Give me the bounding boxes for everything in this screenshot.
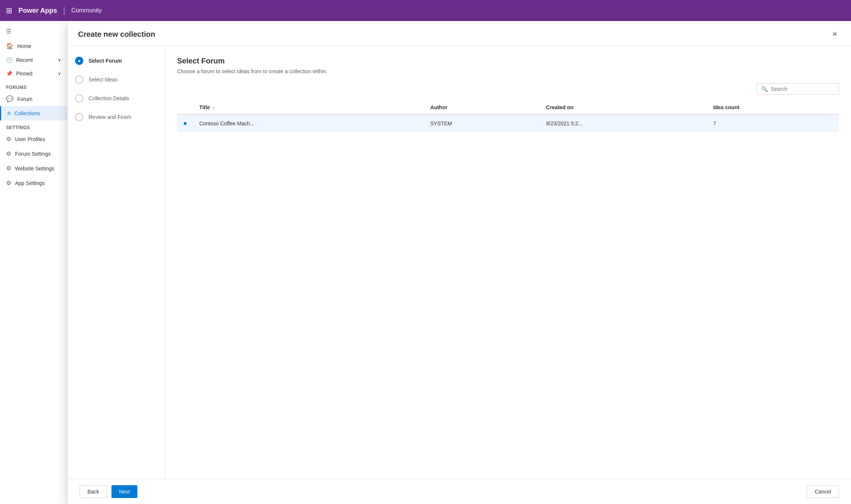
- footer-left-buttons: Back Next: [80, 485, 137, 498]
- sidebar-item-recent-label: Recent: [16, 57, 33, 63]
- table-row[interactable]: ● Contoso Coffee Mach... SYSTEM 9/23/202…: [177, 114, 839, 132]
- row-select-cell: ●: [177, 114, 193, 132]
- sidebar-item-forum[interactable]: 💬 Forum: [0, 92, 67, 106]
- step-label-review-finish: Review and Finish: [89, 114, 131, 120]
- col-created-on: Created on: [540, 101, 707, 114]
- sidebar-item-pinned-label: Pinned: [16, 71, 33, 77]
- sidebar-item-recent[interactable]: 🕐 Recent ∨: [0, 53, 67, 67]
- row-idea-count: 7: [707, 114, 839, 132]
- step-circle-3: [75, 94, 83, 102]
- sidebar-item-home-label: Home: [17, 43, 31, 49]
- cancel-button[interactable]: Cancel: [807, 485, 839, 498]
- step-circle-2: [75, 75, 83, 84]
- grid-icon[interactable]: ⊞: [6, 6, 12, 15]
- sidebar-item-collections[interactable]: ≡ Collections: [0, 106, 67, 120]
- step-circle-4: [75, 113, 83, 121]
- step-circle-1: ●: [75, 57, 83, 65]
- search-icon: 🔍: [761, 86, 768, 92]
- chevron-down-icon-pinned: ∨: [58, 71, 61, 76]
- website-settings-icon: ⚙: [6, 165, 11, 172]
- row-selected-icon: ●: [183, 119, 187, 127]
- stepper: ● Select Forum Select Ideas Collection D…: [68, 46, 165, 479]
- step-label-select-forum: Select Forum: [89, 58, 122, 64]
- back-button[interactable]: Back: [80, 485, 107, 498]
- content-area: + + New ↻ ↻ Refresh Collections All Foru…: [68, 21, 851, 504]
- modal-overlay: Create new collection ✕ ● Select Forum S…: [68, 21, 851, 504]
- forum-icon: 💬: [6, 95, 14, 102]
- sidebar-item-forum-label: Forum: [17, 96, 32, 102]
- modal-footer: Back Next Cancel: [68, 479, 851, 504]
- row-title: Contoso Coffee Mach...: [193, 114, 424, 132]
- search-bar[interactable]: 🔍: [756, 83, 839, 95]
- search-input[interactable]: [771, 86, 834, 92]
- col-title[interactable]: Title ↑: [193, 101, 424, 114]
- step-collection-details[interactable]: Collection Details: [75, 94, 157, 102]
- step-select-forum[interactable]: ● Select Forum: [75, 57, 157, 65]
- forum-settings-icon: ⚙: [6, 150, 11, 157]
- chevron-down-icon: ∨: [58, 57, 61, 63]
- app-settings-icon: ⚙: [6, 179, 11, 187]
- next-button[interactable]: Next: [111, 485, 137, 498]
- topbar-divider: |: [63, 6, 65, 15]
- col-select: [177, 101, 193, 114]
- sidebar-item-forum-settings-label: Forum Settings: [15, 151, 51, 157]
- collections-icon: ≡: [7, 110, 11, 117]
- panel-title: Select Forum: [177, 57, 839, 65]
- step-label-select-ideas: Select Ideas: [89, 77, 117, 83]
- hamburger-icon[interactable]: ☰: [0, 24, 67, 39]
- create-collection-modal: Create new collection ✕ ● Select Forum S…: [68, 21, 851, 504]
- sidebar-item-collections-label: Collections: [14, 110, 40, 116]
- close-button[interactable]: ✕: [829, 29, 840, 40]
- recent-icon: 🕐: [6, 57, 12, 63]
- sort-asc-icon: ↑: [213, 105, 215, 110]
- sidebar-item-home[interactable]: 🏠 Home: [0, 39, 67, 53]
- sidebar-item-user-profiles[interactable]: ⚙ User Profiles: [0, 132, 67, 146]
- sidebar-item-pinned[interactable]: 📌 Pinned ∨: [0, 67, 67, 80]
- sidebar-item-website-settings[interactable]: ⚙ Website Settings: [0, 161, 67, 176]
- forums-section-label: Forums: [0, 80, 67, 92]
- topbar-community: Community: [71, 7, 102, 14]
- modal-body: ● Select Forum Select Ideas Collection D…: [68, 46, 851, 479]
- topbar: ⊞ Power Apps | Community: [0, 0, 851, 21]
- modal-title: Create new collection: [78, 30, 155, 39]
- table-header-row: Title ↑ Author Created on: [177, 101, 839, 114]
- pin-icon: 📌: [6, 71, 12, 77]
- main-layout: ☰ 🏠 Home 🕐 Recent ∨ 📌 Pinned ∨ Forums 💬 …: [0, 21, 851, 504]
- user-profiles-icon: ⚙: [6, 135, 11, 143]
- sidebar-item-website-settings-label: Website Settings: [15, 165, 54, 172]
- step-label-collection-details: Collection Details: [89, 95, 129, 101]
- home-icon: 🏠: [6, 42, 14, 50]
- row-created-on: 9/23/2021 5:2...: [540, 114, 707, 132]
- step-review-finish[interactable]: Review and Finish: [75, 113, 157, 121]
- sidebar-item-app-settings-label: App Settings: [15, 180, 45, 186]
- forum-table: Title ↑ Author Created on: [177, 101, 839, 132]
- row-author: SYSTEM: [424, 114, 540, 132]
- col-author: Author: [424, 101, 540, 114]
- modal-content-panel: Select Forum Choose a forum to select id…: [165, 46, 851, 479]
- app-name: Power Apps: [18, 7, 57, 15]
- settings-section-label: Settings: [0, 120, 67, 132]
- modal-header: Create new collection ✕: [68, 21, 851, 46]
- sidebar: ☰ 🏠 Home 🕐 Recent ∨ 📌 Pinned ∨ Forums 💬 …: [0, 21, 68, 504]
- step-select-ideas[interactable]: Select Ideas: [75, 75, 157, 84]
- sidebar-item-app-settings[interactable]: ⚙ App Settings: [0, 176, 67, 190]
- sidebar-item-user-profiles-label: User Profiles: [15, 136, 45, 142]
- sidebar-item-forum-settings[interactable]: ⚙ Forum Settings: [0, 146, 67, 161]
- panel-subtitle: Choose a forum to select ideas from to c…: [177, 68, 839, 74]
- col-idea-count: Idea count: [707, 101, 839, 114]
